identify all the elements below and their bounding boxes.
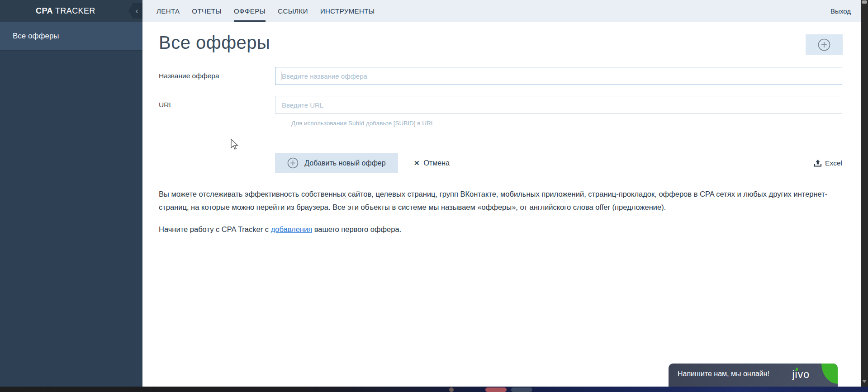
logout-link[interactable]: Выход [830, 0, 861, 22]
cursor-arrow-icon [231, 139, 239, 151]
tab-instrumenty[interactable]: ИНСТРУМЕНТЫ [320, 0, 375, 22]
close-icon: ✕ [414, 159, 420, 167]
add-offer-link[interactable]: добавления [271, 225, 313, 233]
cancel-button[interactable]: ✕ Отмена [414, 159, 450, 167]
cta-text-before: Начните работу с CPA Tracker с [159, 225, 271, 233]
app-window: CPA TRACKER ‹ ЛЕНТА ОТЧЕТЫ ОФФЕРЫ ССЫЛКИ… [0, 0, 868, 392]
upload-icon [814, 159, 822, 167]
plus-circle-icon [287, 157, 299, 169]
page-title: Все офферы [159, 33, 270, 53]
offer-name-row: Название оффера [159, 67, 842, 85]
taskbar-edge [0, 387, 868, 392]
sidebar: Все офферы [0, 22, 142, 387]
offer-name-input[interactable] [275, 67, 842, 85]
plus-circle-icon [818, 38, 830, 51]
taskbar-dot [449, 387, 454, 392]
sidebar-item-label: Все офферы [13, 32, 59, 41]
main-content: Все офферы Название оффера URL Для испол… [142, 22, 861, 387]
offer-url-row: URL [159, 96, 842, 114]
chevron-left-icon: ‹ [136, 6, 138, 16]
submit-offer-button[interactable]: Добавить новый оффер [275, 153, 398, 173]
jivo-leaf-icon [821, 364, 838, 384]
subid-hint: Для использования SubId добавьте [SUBID]… [291, 120, 434, 127]
page-scrollbar[interactable] [861, 0, 868, 387]
taskbar-gray-pill [511, 387, 532, 392]
offer-name-field-wrap [275, 67, 842, 85]
nav-tabs: ЛЕНТА ОТЧЕТЫ ОФФЕРЫ ССЫЛКИ ИНСТРУМЕНТЫ [142, 0, 375, 22]
taskbar-red-pill [485, 387, 507, 392]
form-actions: Добавить новый оффер ✕ Отмена Excel [159, 153, 842, 173]
cta-text-after: вашего первого оффера. [312, 225, 401, 233]
mouse-cursor [231, 139, 239, 152]
brand-bold: CPA [36, 6, 53, 15]
chat-message: Напишите нам, мы онлайн! [678, 370, 769, 378]
text-caret [281, 71, 281, 80]
add-offer-button[interactable] [806, 34, 843, 55]
jivo-logo: jivo [792, 368, 810, 381]
scrollbar-down-arrow[interactable] [862, 380, 867, 383]
sidebar-header: CPA TRACKER ‹ [0, 0, 142, 22]
sidebar-collapse-button[interactable]: ‹ [128, 3, 142, 19]
sidebar-item-all-offers[interactable]: Все офферы [0, 22, 142, 51]
intro-paragraph: Вы можете отслеживать эффективность собс… [159, 188, 838, 214]
offer-name-label: Название оффера [159, 67, 275, 85]
brand-rest: TRACKER [53, 6, 95, 15]
excel-label: Excel [825, 159, 842, 167]
tab-ssylki[interactable]: ССЫЛКИ [278, 0, 308, 22]
chat-widget[interactable]: Напишите нам, мы онлайн! jivo [669, 364, 838, 387]
tab-offery[interactable]: ОФФЕРЫ [234, 0, 266, 22]
scrollbar-thumb[interactable] [862, 0, 867, 4]
excel-export-button[interactable]: Excel [814, 159, 842, 167]
top-bar: CPA TRACKER ‹ ЛЕНТА ОТЧЕТЫ ОФФЕРЫ ССЫЛКИ… [0, 0, 861, 22]
tab-otchety[interactable]: ОТЧЕТЫ [192, 0, 222, 22]
brand-logo[interactable]: CPA TRACKER [0, 6, 95, 16]
tab-lenta[interactable]: ЛЕНТА [157, 0, 180, 22]
offer-url-field-wrap [275, 96, 842, 114]
submit-offer-label: Добавить новый оффер [304, 159, 385, 167]
top-nav: ЛЕНТА ОТЧЕТЫ ОФФЕРЫ ССЫЛКИ ИНСТРУМЕНТЫ В… [142, 0, 861, 22]
cta-paragraph: Начните работу с CPA Tracker с добавлени… [159, 225, 401, 234]
cancel-label: Отмена [424, 159, 450, 167]
offer-url-label: URL [159, 96, 275, 114]
offer-url-input[interactable] [275, 96, 842, 114]
